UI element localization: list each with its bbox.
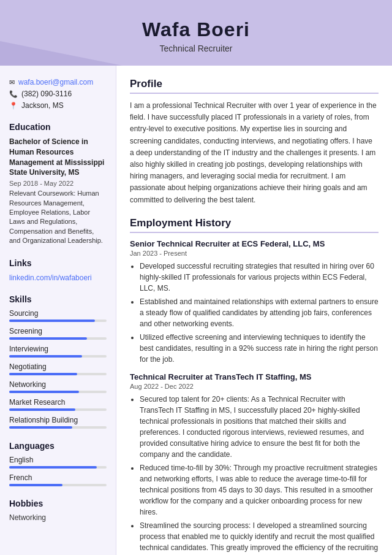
skill-item: Networking: [9, 380, 107, 393]
profile-section: Profile I am a professional Technical Re…: [130, 78, 379, 206]
job-bullet: Utilized effective screening and intervi…: [140, 332, 379, 365]
job-title: Senior Technical Recruiter at ECS Federa…: [130, 239, 379, 248]
location-item: 📍 Jackson, MS: [9, 101, 107, 110]
sidebar: ✉ wafa.boeri@gmail.com 📞 (382) 090-3116 …: [0, 66, 116, 555]
job-bullet: Developed successful recruiting strategi…: [140, 261, 379, 294]
language-item: French: [9, 473, 107, 486]
phone-item: 📞 (382) 090-3116: [9, 90, 107, 98]
job-bullets: Secured top talent for 20+ clients: As a…: [130, 394, 379, 555]
job-entry: Technical Recruiter at TransTech IT Staf…: [130, 372, 379, 555]
location-icon: 📍: [9, 102, 18, 110]
phone-icon: 📞: [9, 90, 18, 98]
education-heading: Education: [9, 122, 107, 132]
skill-item: Sourcing: [9, 309, 107, 322]
linkedin-link[interactable]: linkedin.com/in/wafaboeri: [9, 274, 92, 282]
candidate-title: Technical Recruiter: [12, 44, 380, 53]
skill-bar-fill: [9, 337, 87, 340]
location-text: Jackson, MS: [21, 101, 64, 110]
linkedin-item: linkedin.com/in/wafaboeri: [9, 273, 107, 282]
profile-heading: Profile: [130, 78, 379, 94]
job-bullets: Developed successful recruiting strategi…: [130, 261, 379, 365]
languages-heading: Languages: [9, 441, 107, 451]
skill-name: Screening: [9, 327, 107, 335]
job-bullet: Secured top talent for 20+ clients: As a…: [140, 394, 379, 460]
skill-bar-fill: [9, 373, 77, 375]
language-name: French: [9, 473, 107, 482]
hobbies-section: Hobbies Networking: [9, 499, 107, 522]
languages-list: English French: [9, 456, 107, 486]
skill-name: Sourcing: [9, 309, 107, 318]
profile-text: I am a professional Technical Recruiter …: [130, 100, 379, 206]
jobs-list: Senior Technical Recruiter at ECS Federa…: [130, 239, 379, 555]
job-bullet: Reduced time-to-fill by 30%: Through my …: [140, 462, 379, 518]
language-bar-bg: [9, 466, 107, 469]
skill-bar-bg: [9, 355, 107, 358]
links-section: Links linkedin.com/in/wafaboeri: [9, 258, 107, 282]
skill-item: Negotiating: [9, 362, 107, 375]
header: Wafa Boeri Technical Recruiter: [0, 0, 392, 66]
job-dates: Jan 2023 - Present: [130, 250, 379, 257]
main-content: Profile I am a professional Technical Re…: [116, 66, 392, 555]
language-name: English: [9, 456, 107, 464]
language-item: English: [9, 456, 107, 469]
main-layout: ✉ wafa.boeri@gmail.com 📞 (382) 090-3116 …: [0, 66, 392, 555]
email-item: ✉ wafa.boeri@gmail.com: [9, 78, 107, 86]
employment-section: Employment History Senior Technical Recr…: [130, 217, 379, 555]
hobbies-heading: Hobbies: [9, 499, 107, 508]
skill-bar-bg: [9, 373, 107, 375]
skill-bar-fill: [9, 320, 95, 322]
education-coursework: Relevant Coursework: Human Resources Man…: [9, 189, 107, 245]
job-bullet: Streamlined the sourcing process: I deve…: [140, 520, 379, 555]
skill-name: Relationship Building: [9, 416, 107, 424]
skill-item: Screening: [9, 327, 107, 340]
email-icon: ✉: [9, 78, 15, 86]
employment-heading: Employment History: [130, 217, 379, 233]
skills-heading: Skills: [9, 294, 107, 304]
skills-section: Skills Sourcing Screening Interviewing N…: [9, 294, 107, 429]
education-section: Education Bachelor of Science in Human R…: [9, 122, 107, 246]
skill-bar-fill: [9, 426, 72, 429]
skill-bar-fill: [9, 408, 75, 411]
skill-name: Networking: [9, 380, 107, 389]
contact-section: ✉ wafa.boeri@gmail.com 📞 (382) 090-3116 …: [9, 78, 107, 110]
job-entry: Senior Technical Recruiter at ECS Federa…: [130, 239, 379, 365]
hobbies-text: Networking: [9, 513, 107, 522]
language-bar-bg: [9, 484, 107, 486]
candidate-name: Wafa Boeri: [12, 18, 380, 41]
job-title: Technical Recruiter at TransTech IT Staf…: [130, 372, 379, 381]
job-dates: Aug 2022 - Dec 2022: [130, 383, 379, 390]
skills-list: Sourcing Screening Interviewing Negotiat…: [9, 309, 107, 429]
phone-text: (382) 090-3116: [21, 90, 72, 98]
links-heading: Links: [9, 258, 107, 268]
education-dates: Sep 2018 - May 2022: [9, 180, 107, 187]
language-bar-fill: [9, 466, 97, 469]
skill-bar-bg: [9, 408, 107, 411]
skill-bar-bg: [9, 426, 107, 429]
skill-item: Market Research: [9, 398, 107, 411]
skill-item: Interviewing: [9, 345, 107, 358]
languages-section: Languages English French: [9, 441, 107, 486]
skill-name: Interviewing: [9, 345, 107, 353]
language-bar-fill: [9, 484, 62, 486]
job-bullet: Established and maintained relationships…: [140, 296, 379, 329]
skill-name: Negotiating: [9, 362, 107, 371]
email-link[interactable]: wafa.boeri@gmail.com: [18, 78, 93, 86]
skill-bar-bg: [9, 391, 107, 393]
education-degree: Bachelor of Science in Human Resources M…: [9, 137, 107, 178]
skill-bar-bg: [9, 320, 107, 322]
skill-bar-fill: [9, 391, 79, 393]
skill-bar-fill: [9, 355, 82, 358]
skill-bar-bg: [9, 337, 107, 340]
skill-name: Market Research: [9, 398, 107, 407]
skill-item: Relationship Building: [9, 416, 107, 429]
